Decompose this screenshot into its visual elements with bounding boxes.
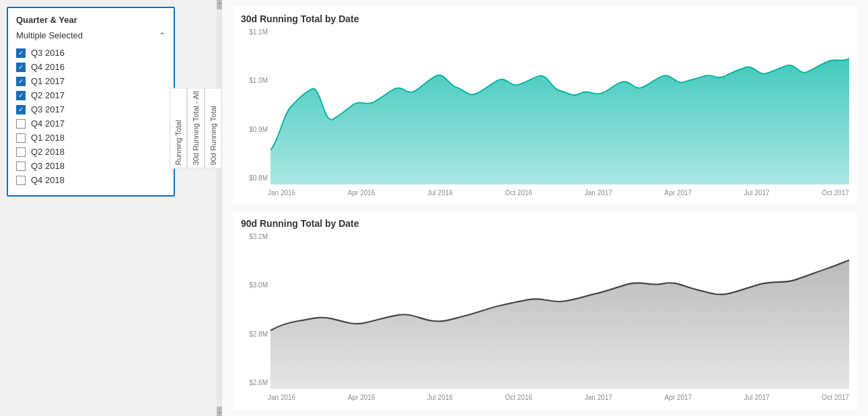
x-axis-label: Jan 2016 bbox=[268, 189, 295, 197]
chart1-svg bbox=[270, 28, 849, 184]
x-axis-label: Apr 2016 bbox=[348, 394, 375, 401]
filter-list-item[interactable]: Q3 2016 bbox=[16, 46, 166, 60]
filter-item-label: Q4 2017 bbox=[31, 118, 65, 129]
filter-list-item[interactable]: Q2 2018 bbox=[16, 145, 166, 159]
filter-list-item[interactable]: Q2 2017 bbox=[16, 88, 166, 102]
x-axis-label: Jul 2017 bbox=[744, 394, 770, 401]
chart2-area: $3.2M$3.0M$2.8M$2.6M Jan 2016Apr 2016Jul… bbox=[241, 233, 849, 404]
x-axis-label: Oct 2016 bbox=[505, 394, 533, 401]
filter-list-item[interactable]: Q4 2016 bbox=[16, 60, 166, 74]
y-axis-label: $3.2M bbox=[241, 233, 268, 240]
filter-item-label: Q1 2017 bbox=[31, 76, 65, 86]
left-panel: Quarter & Year Multiple Selected ⌃ Q3 20… bbox=[0, 0, 182, 416]
filter-list-item[interactable]: Q1 2018 bbox=[16, 131, 166, 145]
chart2-x-axis: Jan 2016Apr 2016Jul 2016Oct 2016Jan 2017… bbox=[268, 390, 849, 404]
filter-dropdown-label: Multiple Selected bbox=[16, 30, 83, 40]
middle-panel: ⌃ ⌄ Running Total30d Running Total - Alt… bbox=[182, 0, 222, 416]
filter-item-label: Q4 2016 bbox=[31, 62, 65, 72]
filter-item-label: Q3 2018 bbox=[31, 161, 65, 171]
x-axis-label: Oct 2017 bbox=[822, 394, 849, 401]
y-axis-label: $1.0M bbox=[241, 77, 268, 84]
scroll-up-icon[interactable]: ⌃ bbox=[217, 0, 222, 9]
x-axis-label: Jul 2016 bbox=[427, 189, 453, 197]
filter-list-item[interactable]: Q1 2017 bbox=[16, 74, 166, 88]
chart2-svg bbox=[270, 233, 849, 389]
y-axis-label: $2.8M bbox=[241, 331, 268, 338]
x-axis-label: Oct 2016 bbox=[505, 189, 533, 197]
tab-strip: Running Total30d Running Total - Alt90d … bbox=[170, 88, 222, 168]
y-axis-label: $0.8M bbox=[241, 174, 268, 182]
filter-item-label: Q3 2017 bbox=[31, 104, 65, 114]
vertical-scrollbar[interactable]: ⌃ ⌄ bbox=[217, 0, 222, 416]
chart1-area: $1.1M$1.0M$0.9M$0.8M Jan 2016Apr 2016Jul… bbox=[241, 28, 849, 199]
x-axis-label: Jan 2016 bbox=[268, 394, 295, 401]
tab-item-1[interactable]: 30d Running Total - Alt bbox=[187, 88, 205, 168]
scroll-down-icon[interactable]: ⌄ bbox=[217, 407, 222, 416]
y-axis-label: $0.9M bbox=[241, 126, 268, 133]
filter-list-item[interactable]: Q3 2018 bbox=[16, 159, 166, 173]
filter-card: Quarter & Year Multiple Selected ⌃ Q3 20… bbox=[7, 7, 175, 197]
chart1-title: 30d Running Total by Date bbox=[241, 13, 849, 24]
filter-list-item[interactable]: Q3 2017 bbox=[16, 102, 166, 116]
tab-item-0[interactable]: Running Total bbox=[170, 88, 187, 168]
filter-item-label: Q1 2018 bbox=[31, 133, 65, 143]
chart2-y-axis: $3.2M$3.0M$2.8M$2.6M bbox=[241, 233, 268, 388]
x-axis-label: Jan 2017 bbox=[585, 189, 612, 197]
x-axis-label: Apr 2016 bbox=[348, 189, 375, 197]
right-panel: 30d Running Total by Date $1.1M$1.0M$0.9… bbox=[222, 0, 868, 416]
filter-item-label: Q2 2017 bbox=[31, 90, 65, 100]
x-axis-label: Jul 2016 bbox=[427, 394, 453, 401]
y-axis-label: $1.1M bbox=[241, 28, 268, 36]
y-axis-label: $2.6M bbox=[241, 379, 268, 386]
chart1-x-axis: Jan 2016Apr 2016Jul 2016Oct 2016Jan 2017… bbox=[268, 186, 849, 199]
tab-item-2[interactable]: 90d Running Total bbox=[205, 88, 222, 168]
filter-list-item[interactable]: Q4 2018 bbox=[16, 173, 166, 187]
filter-item-label: Q2 2018 bbox=[31, 147, 65, 157]
filter-title: Quarter & Year bbox=[16, 15, 166, 25]
x-axis-label: Jan 2017 bbox=[585, 394, 612, 401]
chart2-inner bbox=[270, 233, 849, 389]
chart2-container: 90d Running Total by Date $3.2M$3.0M$2.8… bbox=[233, 211, 857, 409]
chart1-inner bbox=[270, 28, 849, 184]
y-axis-label: $3.0M bbox=[241, 281, 268, 289]
chart1-container: 30d Running Total by Date $1.1M$1.0M$0.9… bbox=[233, 7, 857, 205]
filter-item-label: Q3 2016 bbox=[31, 48, 65, 58]
chevron-up-icon: ⌃ bbox=[159, 31, 166, 40]
filter-dropdown-header[interactable]: Multiple Selected ⌃ bbox=[16, 30, 166, 40]
x-axis-label: Apr 2017 bbox=[665, 189, 692, 197]
filter-list: Q3 2016Q4 2016Q1 2017Q2 2017Q3 2017Q4 20… bbox=[16, 46, 166, 187]
filter-item-label: Q4 2018 bbox=[31, 175, 65, 185]
x-axis-label: Jul 2017 bbox=[744, 189, 770, 197]
x-axis-label: Apr 2017 bbox=[665, 394, 692, 401]
x-axis-label: Oct 2017 bbox=[822, 189, 849, 197]
chart1-y-axis: $1.1M$1.0M$0.9M$0.8M bbox=[241, 28, 268, 183]
chart2-title: 90d Running Total by Date bbox=[241, 218, 849, 229]
filter-list-item[interactable]: Q4 2017 bbox=[16, 116, 166, 131]
